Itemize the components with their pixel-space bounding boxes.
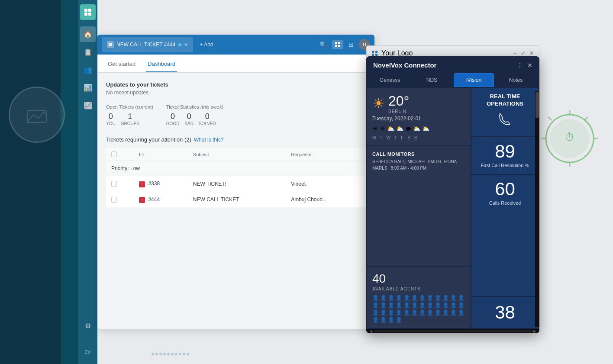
search-icon[interactable]: 🔍	[319, 41, 327, 48]
zendesk-window: NEW CALL TICKET #444 ✕ + Add 🔍 ⊞ U Get s…	[97, 35, 374, 329]
tab-get-started[interactable]: Get started	[106, 56, 137, 72]
row1-checkbox[interactable]	[111, 181, 117, 187]
table-header-row: ID Subject Requester	[106, 148, 366, 161]
temperature: 20°	[388, 93, 409, 109]
tab-nds[interactable]: NDS	[412, 73, 452, 87]
agent-icon: 👤	[372, 302, 379, 308]
apps-icon[interactable]	[332, 40, 343, 49]
scroll-right-btn[interactable]: ▶	[533, 329, 536, 333]
row2-id: ! #444	[134, 192, 188, 208]
sidebar-item-zd[interactable]: Zd	[80, 344, 96, 360]
logo-icon	[372, 51, 378, 56]
weather-card: ☀ 20° BERLIN Tuesday, 2022-02-01 ☀ ☀ ⛅ ⛅…	[367, 88, 471, 145]
agents-count: 40	[372, 272, 465, 286]
agent-icon: 👤	[396, 302, 402, 308]
ticket-stats-group: Ticket Statistics (this week) 0 GOOD 0 B…	[166, 104, 223, 126]
you-stat: 0 YOU	[106, 112, 116, 126]
add-tab-btn[interactable]: + Add	[197, 40, 217, 49]
weather-days: M T W T F S S	[372, 135, 465, 140]
panel-more-btn[interactable]: ⋮	[517, 62, 523, 69]
day-f: F	[401, 135, 404, 140]
dot-9	[183, 353, 185, 355]
close-btn[interactable]: ✕	[529, 50, 534, 56]
dot-2	[155, 353, 158, 355]
agent-icon: 👤	[442, 309, 449, 316]
fcr-number: 89	[477, 142, 533, 161]
bg-left	[0, 0, 61, 364]
svg-line-8	[548, 117, 552, 120]
panel-tabs: Genesys NDS iVision Notes	[366, 69, 539, 87]
day1-weather-icon: ☀	[372, 125, 378, 132]
agent-icon: 👤	[380, 309, 387, 316]
sidebar-item-settings[interactable]: ⚙	[80, 318, 96, 333]
weather-date: Tuesday, 2022-02-01	[372, 116, 465, 122]
deco-badge-right: ⏱	[539, 108, 600, 169]
horizontal-scrollbar[interactable]: ◀ ▶	[366, 329, 539, 333]
weather-top: ☀ 20° BERLIN	[372, 93, 465, 114]
agent-icon: 👤	[372, 295, 379, 301]
phone-icon	[477, 111, 533, 129]
table-row[interactable]: ! #444 NEW CALL TICKET Ambuj Choud...	[106, 192, 366, 208]
tab-notes[interactable]: Notes	[496, 73, 536, 87]
tab-close-btn[interactable]: ✕	[184, 42, 188, 48]
city-label: BERLIN	[388, 109, 409, 114]
agent-icon: 👤	[458, 295, 465, 301]
what-is-this-link[interactable]: What is this?	[194, 137, 224, 143]
day5-weather-icon: 🌧	[405, 125, 411, 132]
row1-check[interactable]	[106, 176, 134, 192]
sun-icon: ☀	[372, 95, 385, 112]
minimize-btn[interactable]: −	[513, 50, 516, 56]
grid-icon[interactable]: ⊞	[348, 41, 354, 48]
day-w: W	[386, 135, 390, 140]
agents-card: 40 AVAILABLE AGENTS 👤👤👤👤👤👤👤👤👤👤 👤👤👤👤👤👤👤👤👤…	[367, 267, 471, 328]
bad-stat: 0 BAD	[184, 112, 194, 126]
zendesk-topbar: NEW CALL TICKET #444 ✕ + Add 🔍 ⊞ U	[97, 35, 374, 55]
good-label: GOOD	[166, 121, 180, 126]
row2-subject: NEW CALL TICKET	[188, 192, 286, 208]
sidebar-item-home[interactable]: 🏠	[80, 26, 96, 42]
svg-rect-16	[338, 42, 340, 44]
svg-rect-17	[335, 45, 337, 47]
svg-line-9	[584, 117, 588, 120]
tab-dashboard[interactable]: Dashboard	[146, 56, 177, 72]
panel-close-btn[interactable]: ✕	[527, 62, 532, 69]
topbar-right: 🔍 ⊞ U	[319, 39, 370, 50]
bad-label: BAD	[184, 121, 194, 126]
num38: 38	[477, 302, 533, 323]
agent-icon: 👤	[435, 309, 441, 316]
row2-check[interactable]	[106, 192, 134, 208]
agent-icon: 👤	[411, 309, 418, 316]
row2-checkbox[interactable]	[111, 197, 117, 203]
agent-icon: 👤	[411, 302, 418, 308]
scroll-left-btn[interactable]: ◀	[370, 329, 372, 333]
row2-requester: Ambuj Choud...	[286, 192, 366, 208]
updates-title: Updates to your tickets	[106, 81, 366, 88]
tab-ivision[interactable]: iVision	[454, 73, 494, 87]
sidebar-item-reports[interactable]: 📊	[80, 80, 96, 95]
current-tab[interactable]: NEW CALL TICKET #444 ✕	[102, 37, 193, 52]
sidebar: 🏠 📋 👥 📊 📈 ⚙ Zd	[78, 0, 97, 364]
rto-title: REAL TIME OPERATIONS	[477, 93, 533, 108]
select-all-checkbox[interactable]	[111, 151, 117, 157]
vertical-scrollbar[interactable]	[535, 91, 539, 327]
sidebar-item-tickets[interactable]: 📋	[80, 44, 96, 60]
agent-icon: 👤	[427, 309, 433, 316]
table-row[interactable]: ! #338 NEW TICKET! Vineet	[106, 176, 366, 192]
agent-icon: 👤	[419, 302, 426, 308]
weather-icons: ☀ ☀ ⛅ ⛅ 🌧 ⛅ ⛅	[372, 125, 465, 132]
tab-genesys[interactable]: Genesys	[370, 73, 410, 87]
nav-tabs: Get started Dashboard	[97, 55, 374, 73]
svg-rect-15	[335, 42, 337, 44]
sidebar-logo	[80, 4, 96, 20]
svg-rect-11	[88, 9, 91, 12]
tickets-attention-header: Tickets requiring your attention (2) Wha…	[106, 136, 366, 143]
agent-icon: 👤	[435, 302, 441, 308]
agent-icon: 👤	[388, 295, 394, 301]
agent-icon: 👤	[450, 295, 457, 301]
expand-btn[interactable]: ⤢	[521, 50, 525, 56]
stats-row: Open Tickets (current) 0 YOU 1 GROUPS Ti…	[106, 104, 366, 126]
sidebar-item-analytics[interactable]: 📈	[80, 97, 96, 113]
logo-dot-4	[375, 54, 377, 56]
ticket-badge-2: !	[139, 197, 145, 203]
sidebar-item-users[interactable]: 👥	[80, 62, 96, 77]
